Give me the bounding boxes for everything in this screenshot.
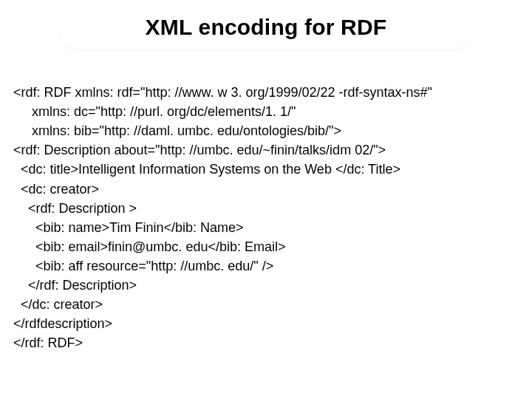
code-line: <bib: email>finin@umbc. edu</bib: Email>	[13, 239, 285, 254]
code-line: <dc: title>Intelligent Information Syste…	[13, 162, 400, 177]
code-line: </rdf: RDF>	[13, 335, 83, 350]
code-line: </dc: creator>	[13, 297, 103, 312]
code-line: <bib: aff resource="http: //umbc. edu/" …	[13, 259, 273, 273]
code-line: <rdf: RDF xmlns: rdf="http: //www. w 3. …	[13, 85, 432, 100]
code-line: xmlns: dc="http: //purl. org/dc/elements…	[13, 104, 296, 119]
code-line: </rdfdescription>	[13, 316, 112, 331]
code-block: <rdf: RDF xmlns: rdf="http: //www. w 3. …	[13, 64, 519, 372]
slide: XML encoding for RDF <rdf: RDF xmlns: rd…	[0, 0, 532, 399]
code-line: <rdf: Description about="http: //umbc. e…	[13, 143, 386, 157]
slide-title: XML encoding for RDF	[77, 15, 455, 40]
title-container: XML encoding for RDF	[59, 7, 473, 50]
code-line: </rdf: Description>	[13, 278, 137, 293]
code-line: <dc: creator>	[13, 182, 99, 197]
code-line: <rdf: Description >	[13, 201, 137, 216]
code-line: <bib: name>Tim Finin</bib: Name>	[13, 220, 243, 235]
code-line: xmlns: bib="http: //daml. umbc. edu/onto…	[13, 123, 341, 138]
